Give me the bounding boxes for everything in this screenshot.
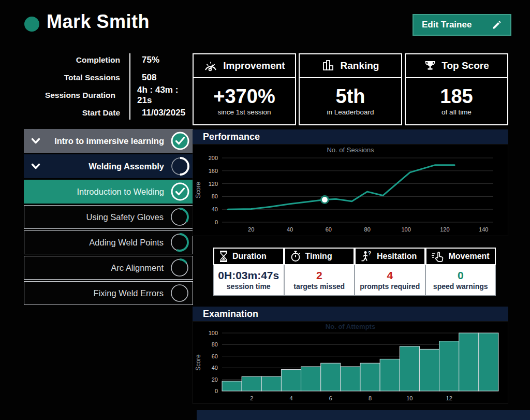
card-header: Ranking <box>300 54 401 78</box>
summary-card-improvement: Improvement+370%since 1st session <box>193 53 296 125</box>
profile-stat-row: Start Date11/03/2025 <box>24 104 193 122</box>
metric-header-timing: Timing <box>284 248 355 265</box>
summary-card-ranking: Ranking5thin Leaderboard <box>299 53 402 125</box>
svg-text:8: 8 <box>369 395 372 401</box>
half-ring-icon <box>170 156 190 176</box>
page-title: Mark Smith <box>47 11 150 33</box>
module-row-fixing-weld-errors[interactable]: Fixing Weld Errors <box>24 281 193 305</box>
module-row-intro-to-immersive-learning[interactable]: Intro to immersive learning <box>24 129 193 153</box>
card-header: Improvement <box>194 54 295 78</box>
svg-text:4: 4 <box>289 395 292 401</box>
card-value: 5th <box>336 86 365 107</box>
svg-text:200: 200 <box>209 155 218 161</box>
movement-icon <box>431 251 445 262</box>
progress-ring-icon <box>170 207 189 227</box>
trophy-icon <box>424 60 436 72</box>
examination-title: Examination <box>193 309 258 320</box>
card-value: +370% <box>213 86 275 107</box>
metric-title: Hesitation <box>377 252 417 261</box>
card-caption: in Leaderboard <box>327 108 374 116</box>
svg-text:6: 6 <box>329 395 332 401</box>
trainee-status-dot <box>24 17 39 32</box>
metric-title: Movement <box>449 252 490 261</box>
module-label: Using Safety Gloves <box>45 212 170 222</box>
profile-stat-row: Total Sessions508 <box>24 69 193 86</box>
metric-value: 2 <box>285 269 355 282</box>
metric-value: 0H:03m:47s <box>214 269 284 282</box>
module-row-introduction-to-welding[interactable]: Introduction to Welding <box>24 180 193 204</box>
svg-text:120: 120 <box>209 181 218 187</box>
card-body: 5thin Leaderboard <box>300 78 401 124</box>
module-row-using-safety-gloves[interactable]: Using Safety Gloves <box>24 205 193 229</box>
metric-title: Timing <box>305 252 332 261</box>
metric-title: Duration <box>232 252 267 261</box>
card-caption: since 1st session <box>218 108 271 116</box>
summary-cards: Improvement+370%since 1st sessionRanking… <box>193 53 508 125</box>
performance-section-header: Performance <box>193 129 508 144</box>
profile-stats: Completion75%Total Sessions508Sessions D… <box>24 51 193 122</box>
svg-text:10: 10 <box>406 395 413 401</box>
card-caption: of all time <box>441 108 472 116</box>
metric-body-timing: 2targets missed <box>284 265 355 296</box>
svg-text:?: ? <box>368 251 371 256</box>
metric-caption: targets missed <box>285 282 355 291</box>
metric-header-hesitation: ?Hesitation <box>355 248 425 265</box>
card-header: Top Score <box>406 54 507 78</box>
svg-text:120: 120 <box>440 226 449 233</box>
module-list: Intro to immersive learningWelding Assem… <box>24 129 193 307</box>
trainee-dashboard: Mark Smith Edit Trainee Completion75%Tot… <box>0 0 530 420</box>
examination-section-header: Examination <box>193 307 508 321</box>
metric-body-movement: 0speed warnings <box>425 265 496 296</box>
svg-text:Score: Score <box>195 182 202 198</box>
stats-divider <box>129 53 130 120</box>
edit-trainee-button[interactable]: Edit Trainee <box>413 14 511 36</box>
card-body: +370%since 1st session <box>194 78 295 124</box>
svg-text:0: 0 <box>215 388 218 394</box>
chevron-down-icon[interactable] <box>31 163 45 170</box>
examination-bar-chart: No. of AttemptsScore02040608010024681012 <box>193 321 508 404</box>
metric-caption: session time <box>214 282 284 291</box>
progress-ring-icon <box>170 233 189 252</box>
card-title: Ranking <box>341 60 379 71</box>
edit-trainee-label: Edit Trainee <box>422 20 472 30</box>
summary-card-top-score: Top Score185of all time <box>405 53 508 125</box>
profile-stat-label: Total Sessions <box>24 73 120 82</box>
module-label: Fixing Weld Errors <box>45 288 170 298</box>
svg-text:80: 80 <box>364 226 371 233</box>
progress-ring-icon <box>170 283 189 303</box>
stopwatch-icon <box>290 251 301 262</box>
profile-stat-row: Completion75% <box>24 51 193 69</box>
module-row-welding-assembly[interactable]: Welding Assembly <box>24 154 193 178</box>
profile-stat-row: Sessions Duration4h : 43m : 21s <box>24 86 193 104</box>
svg-text:160: 160 <box>209 168 218 174</box>
chevron-down-icon[interactable] <box>31 138 45 144</box>
profile-stat-value: 508 <box>120 73 156 83</box>
metric-header-duration: Duration <box>213 248 284 265</box>
progress-ring-icon <box>170 258 189 278</box>
performance-line-chart: No. of SessionsScore04080120160200204060… <box>193 144 508 236</box>
card-body: 185of all time <box>406 78 507 124</box>
svg-text:12: 12 <box>446 395 452 401</box>
module-row-adding-weld-points[interactable]: Adding Weld Points <box>24 230 193 254</box>
module-label: Arc Alignment <box>45 263 170 273</box>
gauge-icon <box>203 60 218 72</box>
pencil-icon <box>492 20 502 30</box>
module-label: Intro to immersive learning <box>45 136 170 146</box>
metric-body-duration: 0H:03m:47ssession time <box>213 265 284 296</box>
performance-title: Performance <box>193 132 260 142</box>
metric-caption: prompts required <box>355 282 425 291</box>
module-label: Welding Assembly <box>45 162 170 171</box>
svg-text:60: 60 <box>326 226 332 233</box>
metric-value: 4 <box>355 269 425 282</box>
card-value: 185 <box>440 86 473 107</box>
metric-header-movement: Movement <box>425 248 496 265</box>
card-title: Top Score <box>441 60 489 71</box>
svg-text:140: 140 <box>479 226 488 233</box>
metric-caption: speed warnings <box>426 282 496 291</box>
module-row-arc-alignment[interactable]: Arc Alignment <box>24 256 193 280</box>
svg-text:No. of Sessions: No. of Sessions <box>327 146 374 154</box>
svg-text:40: 40 <box>287 226 293 233</box>
svg-text:0: 0 <box>215 219 218 225</box>
svg-text:40: 40 <box>212 365 218 371</box>
bottom-accent-strip <box>197 410 530 420</box>
